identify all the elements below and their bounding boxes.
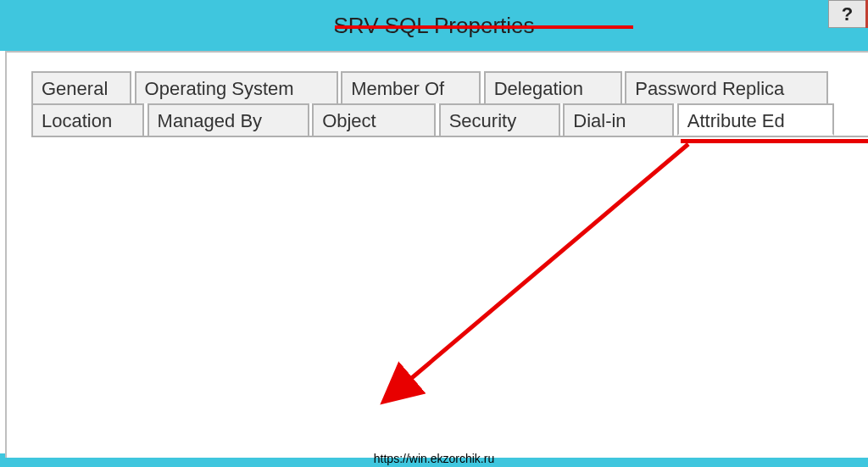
tab-row-2: Location Managed By Object Security Dial… <box>31 103 868 136</box>
tab-operating-system[interactable]: Operating System <box>135 71 338 103</box>
tab-member-of[interactable]: Member Of <box>341 71 481 103</box>
tab-underline-annotation <box>681 139 868 143</box>
tab-dial-in[interactable]: Dial-in <box>563 103 674 136</box>
tab-panel <box>31 136 868 458</box>
title-underline-annotation <box>335 25 633 29</box>
help-icon: ? <box>842 3 853 25</box>
properties-dialog: SRV-SQL Properties ? General Operating S… <box>0 0 868 453</box>
watermark: https://win.ekzorchik.ru <box>0 452 868 465</box>
help-button[interactable]: ? <box>828 0 866 28</box>
tab-object[interactable]: Object <box>312 103 436 136</box>
tab-password-replication[interactable]: Password Replica <box>625 71 828 103</box>
desktop-background: SRV-SQL Properties ? General Operating S… <box>0 0 868 467</box>
dialog-body: General Operating System Member Of Deleg… <box>5 51 868 458</box>
tab-general[interactable]: General <box>31 71 131 103</box>
tab-security[interactable]: Security <box>439 103 560 136</box>
tab-row-1: General Operating System Member Of Deleg… <box>31 71 868 103</box>
tab-attribute-editor[interactable]: Attribute Ed <box>677 103 834 136</box>
tab-managed-by[interactable]: Managed By <box>147 103 309 136</box>
tab-location[interactable]: Location <box>31 103 144 136</box>
tab-delegation[interactable]: Delegation <box>484 71 622 103</box>
